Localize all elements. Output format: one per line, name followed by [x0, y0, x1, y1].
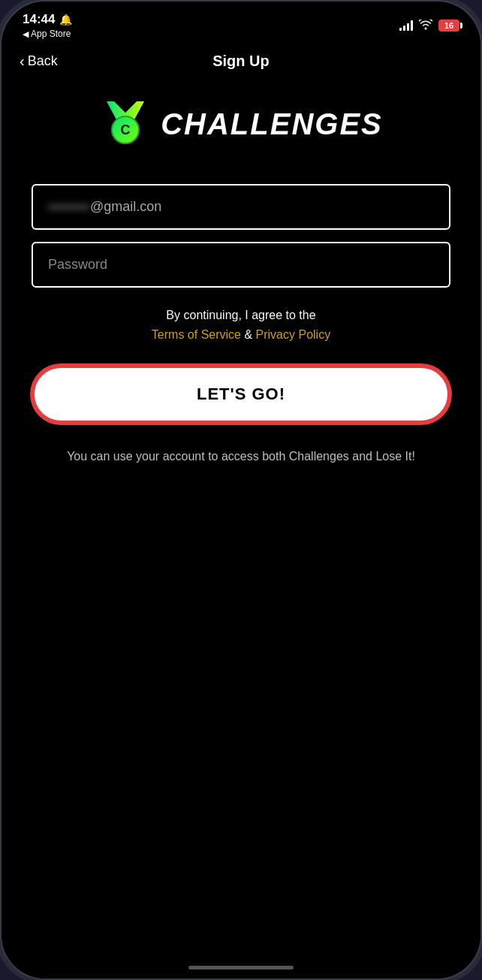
email-blurred-prefix: •••••••••• [48, 201, 90, 214]
main-content: C CHALLENGES [2, 79, 480, 978]
subtitle-text: You can use your account to access both … [67, 448, 415, 466]
signal-bars [399, 20, 413, 31]
battery-indicator: 16 [438, 20, 459, 32]
wifi-icon [419, 20, 432, 32]
terms-separator: & [244, 328, 255, 341]
page-title: Sign Up [212, 53, 270, 70]
back-arrow-icon: ◀ [23, 29, 29, 39]
email-domain: @gmail.con [90, 199, 161, 215]
status-right: 16 [399, 20, 459, 32]
privacy-policy-link[interactable]: Privacy Policy [256, 328, 331, 341]
logo-text: CHALLENGES [161, 107, 383, 141]
phone-screen: 14:44 🔔 ◀ App Store [2, 2, 480, 978]
email-field-container: •••••••••• @gmail.con [32, 184, 450, 230]
signal-bar-4 [411, 20, 413, 31]
terms-of-service-link[interactable]: Terms of Service [152, 328, 241, 341]
nav-bar: ‹ Back Sign Up [2, 44, 480, 79]
logo-container: C CHALLENGES [99, 101, 383, 146]
signal-bar-1 [399, 28, 402, 31]
back-label: Back [28, 53, 58, 69]
status-time: 14:44 [23, 12, 55, 27]
signal-bar-3 [407, 23, 409, 31]
dynamic-island [196, 12, 286, 38]
app-store-label: App Store [31, 29, 71, 39]
terms-prefix: By continuing, I agree to the [166, 309, 315, 321]
terms-text-container: By continuing, I agree to the Terms of S… [152, 306, 330, 344]
password-input[interactable] [32, 242, 450, 288]
signal-bar-2 [403, 26, 405, 31]
lets-go-button[interactable]: LET'S GO! [32, 365, 450, 424]
logo-icon: C [99, 101, 152, 146]
svg-text:C: C [121, 122, 131, 137]
bell-icon: 🔔 [59, 14, 72, 26]
phone-frame: 14:44 🔔 ◀ App Store [0, 0, 482, 980]
back-chevron-icon: ‹ [20, 53, 25, 70]
home-indicator [188, 966, 294, 969]
back-button[interactable]: ‹ Back [20, 53, 58, 70]
form-container: •••••••••• @gmail.con [32, 184, 450, 288]
battery-level: 16 [444, 21, 453, 30]
